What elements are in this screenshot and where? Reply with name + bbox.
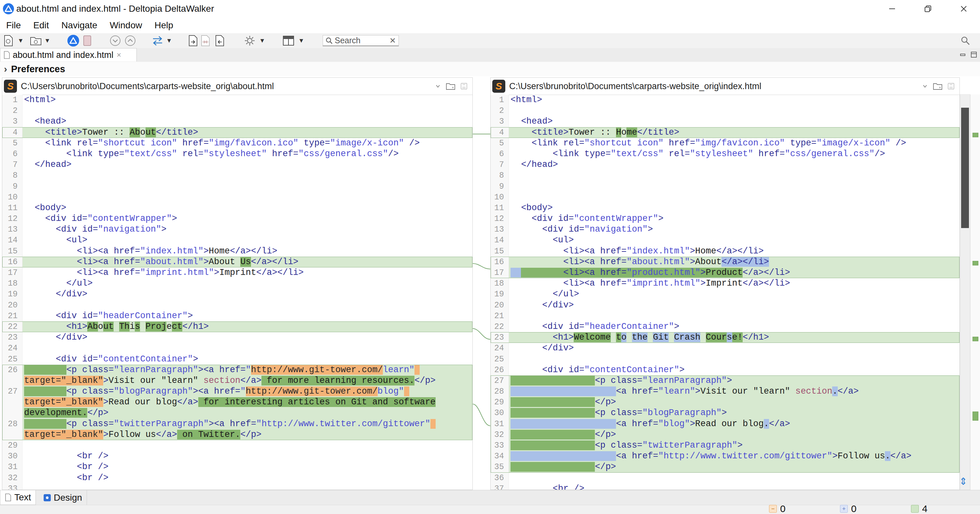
- code-line-content[interactable]: <li><a href="imprint.html">Imprint</a></…: [509, 278, 959, 289]
- code-row[interactable]: 16 <li><a href="about.html">About</a></l…: [491, 257, 959, 267]
- code-line-content[interactable]: <br />: [22, 473, 473, 484]
- code-line-content[interactable]: <div id="contentWrapper">: [509, 213, 959, 224]
- code-line-content[interactable]: [22, 300, 473, 311]
- code-row[interactable]: 19 </ul>: [491, 289, 959, 300]
- code-row[interactable]: 17 <li><a href="imprint.html">Imprint</a…: [2, 267, 473, 278]
- code-row[interactable]: 4 <title>Tower :: About</title>: [2, 127, 473, 138]
- code-row[interactable]: 29 </p>: [491, 397, 959, 408]
- toolbar-search-icon[interactable]: [961, 35, 970, 47]
- code-row[interactable]: 22 <div id="headerContainer">: [491, 321, 959, 332]
- code-row[interactable]: 34 <a href="http://www.twitter.com/gitto…: [491, 451, 959, 462]
- menu-window[interactable]: Window: [103, 20, 148, 30]
- right-browse-folder-icon[interactable]: [933, 82, 943, 90]
- code-line-content[interactable]: <p class="learnParagraph"><a href="http:…: [22, 365, 473, 375]
- code-line-content[interactable]: [509, 354, 959, 365]
- right-code-editor[interactable]: 1<html>23 <head>4 <title>Tower :: Home</…: [491, 95, 959, 490]
- next-difference-icon[interactable]: [110, 35, 121, 47]
- code-line-content[interactable]: <div id="navigation">: [509, 224, 959, 235]
- merge-right-icon[interactable]: [188, 35, 198, 47]
- code-line-content[interactable]: <link rel="shortcut icon" href="img/favi…: [509, 138, 959, 149]
- code-line-content[interactable]: </head>: [509, 159, 959, 170]
- code-row[interactable]: 8: [491, 170, 959, 181]
- open-file-icon[interactable]: [3, 35, 14, 47]
- code-row[interactable]: 24: [2, 343, 473, 354]
- code-line-content[interactable]: <a href="blog">Read our blog.</a>: [509, 419, 959, 430]
- code-line-content[interactable]: [22, 343, 473, 354]
- code-line-content[interactable]: <html>: [509, 95, 959, 105]
- open-file-dropdown-icon[interactable]: ▼: [18, 35, 24, 47]
- code-line-content[interactable]: [22, 192, 473, 203]
- code-row[interactable]: 32 <br />: [2, 473, 473, 484]
- code-line-content[interactable]: <div id="navigation">: [22, 224, 473, 235]
- code-line-content[interactable]: <a href="http://www.twitter.com/gittower…: [509, 451, 959, 462]
- code-row[interactable]: 37 <br />: [491, 484, 959, 490]
- code-line-content[interactable]: <title>Tower :: Home</title>: [509, 127, 959, 138]
- code-line-content[interactable]: target="_blank">Follow us</a> on Twitter…: [22, 430, 473, 440]
- swap-sides-icon[interactable]: [151, 35, 164, 47]
- code-line-content[interactable]: </p>: [509, 462, 959, 472]
- close-button[interactable]: [952, 2, 975, 16]
- code-row[interactable]: 28 <a href="learn">Visit our "learn" sec…: [491, 386, 959, 397]
- code-line-content[interactable]: development.</p>: [22, 408, 473, 418]
- diff-mark[interactable]: [972, 337, 978, 341]
- code-row[interactable]: 15 <li><a href="index.html">Home</a></li…: [491, 246, 959, 257]
- code-row[interactable]: 30 <p class="blogParagraph">: [491, 408, 959, 418]
- code-line-content[interactable]: <li><a href="product.html">Product</a></…: [509, 267, 959, 278]
- code-row[interactable]: 9: [2, 181, 473, 192]
- code-row[interactable]: 30 <br />: [2, 451, 473, 462]
- code-line-content[interactable]: <p class="twitterParagraph">: [509, 440, 959, 451]
- code-row[interactable]: 12 <div id="contentWrapper">: [491, 213, 959, 224]
- code-line-content[interactable]: [22, 484, 473, 490]
- code-row[interactable]: target="_blank">Read our blog</a> for in…: [2, 397, 473, 408]
- code-row[interactable]: 17 <li><a href="product.html">Product</a…: [491, 267, 959, 278]
- code-line-content[interactable]: <head>: [509, 116, 959, 127]
- code-row[interactable]: 11 <body>: [491, 203, 959, 213]
- code-line-content[interactable]: </div>: [22, 289, 473, 300]
- code-row[interactable]: 13 <div id="navigation">: [491, 224, 959, 235]
- code-line-content[interactable]: <body>: [22, 203, 473, 213]
- restore-button[interactable]: [916, 2, 939, 16]
- search-input[interactable]: Search ✕: [323, 35, 399, 46]
- code-line-content[interactable]: </p>: [509, 397, 959, 408]
- code-row[interactable]: 36: [491, 473, 959, 484]
- code-row[interactable]: target="_blank">Follow us</a> on Twitter…: [2, 430, 473, 440]
- code-line-content[interactable]: <p class="twitterParagraph"><a href="htt…: [22, 419, 473, 430]
- code-line-content[interactable]: <div id="contentWrapper">: [22, 213, 473, 224]
- code-line-content[interactable]: </div>: [509, 300, 959, 311]
- code-row[interactable]: 27 <p class="blogParagraph"><a href="htt…: [2, 386, 473, 397]
- code-row[interactable]: 14 <ul>: [2, 235, 473, 246]
- code-line-content[interactable]: <li><a href="index.html">Home</a></li>: [509, 246, 959, 257]
- code-line-content[interactable]: <li><a href="imprint.html">Imprint</a></…: [22, 267, 473, 278]
- open-folder-icon[interactable]: [30, 35, 42, 47]
- code-line-content[interactable]: [509, 192, 959, 203]
- left-browse-folder-icon[interactable]: [446, 82, 455, 90]
- code-row[interactable]: 15 <li><a href="index.html">Home</a></li…: [2, 246, 473, 257]
- preferences-section-header[interactable]: › Preferences: [0, 62, 980, 76]
- maximize-view-icon[interactable]: [970, 51, 977, 58]
- menu-navigate[interactable]: Navigate: [55, 20, 103, 30]
- code-row[interactable]: 10: [491, 192, 959, 203]
- code-row[interactable]: 1<html>: [491, 95, 959, 105]
- code-line-content[interactable]: <div id="contentContainer">: [22, 354, 473, 365]
- layout-icon[interactable]: [283, 35, 294, 47]
- code-line-content[interactable]: <br />: [509, 484, 959, 490]
- settings-gear-icon[interactable]: [243, 35, 256, 47]
- code-row[interactable]: 25 <div id="contentContainer">: [2, 354, 473, 365]
- code-row[interactable]: 20 </div>: [491, 300, 959, 311]
- code-line-content[interactable]: [509, 311, 959, 321]
- code-line-content[interactable]: [22, 105, 473, 116]
- menu-file[interactable]: File: [0, 20, 27, 30]
- code-line-content[interactable]: <a href="learn">Visit our "learn" sectio…: [509, 386, 959, 397]
- code-row[interactable]: 32 </p>: [491, 430, 959, 440]
- code-line-content[interactable]: <p class="blogParagraph"><a href="http:/…: [22, 386, 473, 397]
- code-row[interactable]: 31 <br />: [2, 462, 473, 472]
- minimize-button[interactable]: [881, 2, 904, 16]
- code-line-content[interactable]: target="_blank">Read our blog</a> for in…: [22, 397, 473, 408]
- code-row[interactable]: 7 </head>: [2, 159, 473, 170]
- code-row[interactable]: 13 <div id="navigation">: [2, 224, 473, 235]
- code-row[interactable]: 19 </div>: [2, 289, 473, 300]
- code-row[interactable]: target="_blank">Visit our "learn" sectio…: [2, 375, 473, 386]
- overview-ruler[interactable]: [970, 94, 980, 490]
- open-folder-dropdown-icon[interactable]: ▼: [44, 35, 51, 47]
- code-line-content[interactable]: <h1>About This Project</h1>: [22, 321, 473, 332]
